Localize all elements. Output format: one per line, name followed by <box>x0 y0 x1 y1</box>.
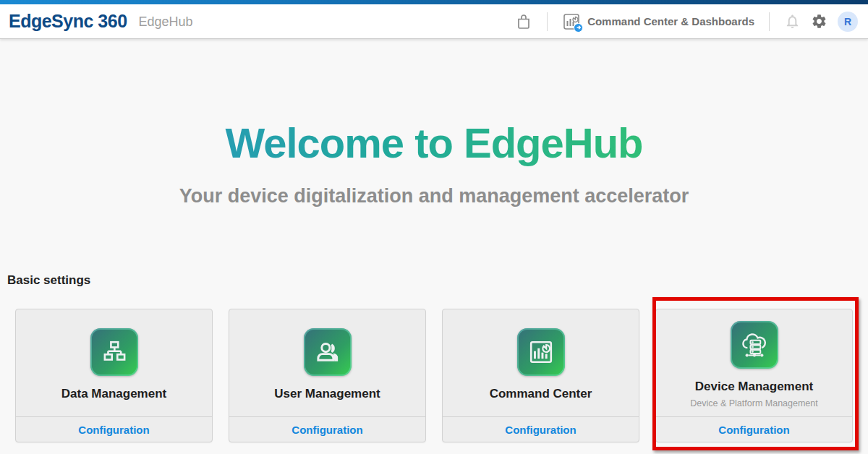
card-title: Command Center <box>490 387 592 401</box>
brand-logo[interactable]: EdgeSync 360 <box>9 11 127 32</box>
card-subtitle: Device & Platform Management <box>690 398 817 408</box>
user-avatar[interactable]: R <box>838 12 858 32</box>
configuration-link[interactable]: Configuration <box>78 424 149 436</box>
card-device-management[interactable]: Device Management Device & Platform Mana… <box>655 309 853 442</box>
command-center-nav-label: Command Center & Dashboards <box>587 15 754 27</box>
card-data-management[interactable]: Data Management Configuration <box>15 309 213 442</box>
chart-icon <box>517 328 565 376</box>
product-name: EdgeHub <box>139 14 193 30</box>
shopping-bag-icon[interactable] <box>515 13 532 30</box>
header-divider <box>547 12 548 31</box>
configuration-link[interactable]: Configuration <box>505 424 576 436</box>
card-title: User Management <box>274 387 380 401</box>
app-header: EdgeSync 360 EdgeHub <box>0 4 868 39</box>
badge-arrow-icon <box>574 23 583 33</box>
section-label: Basic settings <box>7 273 90 288</box>
card-title: Device Management <box>695 380 813 394</box>
cloud-server-icon <box>731 321 778 369</box>
page-subtitle: Your device digitalization and managemen… <box>0 185 868 207</box>
users-icon <box>304 328 352 376</box>
cards-row: Data Management Configuration User Manag… <box>15 309 853 442</box>
configuration-link[interactable]: Configuration <box>718 424 789 436</box>
card-command-center[interactable]: Command Center Configuration <box>442 309 639 442</box>
header-actions: Command Center & Dashboards R <box>515 12 858 32</box>
card-user-management[interactable]: User Management Configuration <box>229 309 426 442</box>
configuration-link[interactable]: Configuration <box>292 424 362 436</box>
command-center-nav[interactable]: Command Center & Dashboards <box>562 12 754 31</box>
gear-icon[interactable] <box>811 13 827 30</box>
page-title: Welcome to EdgeHub <box>0 119 868 167</box>
dashboard-chart-icon <box>562 12 581 31</box>
card-title: Data Management <box>61 387 166 401</box>
bell-icon[interactable] <box>784 13 801 30</box>
sitemap-icon <box>90 328 138 376</box>
header-divider <box>769 12 770 31</box>
